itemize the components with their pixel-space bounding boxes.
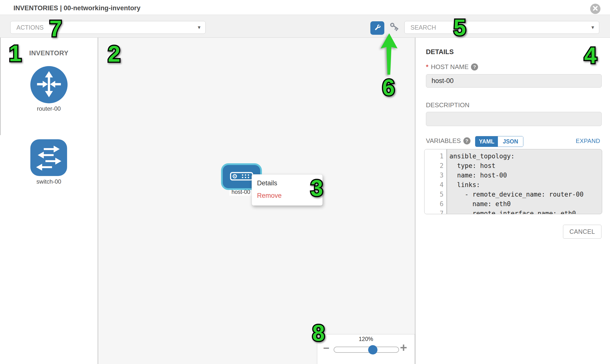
code-line: remote_interface_name: eth0: [449, 209, 602, 214]
wrench-icon: [373, 23, 382, 33]
line-number: 5: [425, 190, 446, 199]
expand-link[interactable]: EXPAND: [576, 138, 600, 144]
panel-divider: [415, 38, 415, 364]
details-panel-title: DETAILS: [426, 48, 454, 56]
code-line: type: host: [449, 161, 602, 171]
editor-code-area[interactable]: ansible_topology: type: host name: host-…: [447, 149, 602, 214]
search-dropdown[interactable]: SEARCH ▾: [404, 21, 599, 34]
description-label: DESCRIPTION: [426, 101, 469, 109]
close-icon: [593, 6, 598, 12]
chevron-down-icon: ▾: [591, 24, 594, 31]
code-line: links:: [449, 180, 602, 190]
router-icon: [35, 70, 63, 99]
annotation-3: 3: [310, 175, 323, 201]
tab-yaml[interactable]: YAML: [475, 136, 498, 147]
host-name-input[interactable]: host-00: [426, 74, 602, 88]
annotation-2: 2: [108, 41, 120, 67]
tab-json[interactable]: JSON: [498, 136, 523, 147]
chevron-down-icon: ▾: [198, 24, 200, 31]
host-server-icon: [230, 172, 253, 182]
zoom-slider-handle[interactable]: [368, 345, 377, 354]
line-number: 4: [425, 180, 446, 190]
annotation-4: 4: [584, 43, 597, 68]
annotation-6: 6: [382, 75, 395, 100]
close-button[interactable]: [590, 4, 600, 14]
sidebar-divider: [98, 38, 98, 364]
required-marker: *: [426, 63, 428, 71]
variables-editor: 1 2 3 4 5 6 7 ansible_topology: type: ho…: [424, 149, 602, 214]
code-line: - remote_device_name: router-00: [449, 190, 602, 199]
zoom-slider-track[interactable]: [334, 347, 399, 353]
palette-item-router[interactable]: [30, 66, 67, 103]
switch-icon: [35, 143, 62, 172]
variables-format-toggle: YAML JSON: [475, 136, 523, 147]
help-icon[interactable]: ?: [471, 63, 478, 70]
host-name-label: HOST NAME: [431, 63, 468, 71]
code-line: ansible_topology:: [449, 152, 602, 161]
help-icon[interactable]: ?: [463, 137, 470, 144]
line-number: 2: [425, 161, 446, 171]
variables-label: VARIABLES: [426, 137, 461, 145]
line-number: 1: [425, 152, 446, 161]
variables-label-row: VARIABLES ?: [426, 137, 470, 145]
annotation-7: 7: [49, 16, 62, 41]
search-dropdown-label: SEARCH: [411, 24, 436, 31]
editor-line-numbers: 1 2 3 4 5 6 7: [425, 149, 447, 214]
annotation-8: 8: [312, 320, 324, 346]
line-number: 7: [425, 209, 446, 214]
annotation-5: 5: [453, 15, 466, 40]
palette-label-switch: switch-00: [0, 178, 98, 185]
host-name-label-row: * HOST NAME ?: [426, 63, 478, 71]
annotation-arrow: [379, 33, 399, 77]
key-button[interactable]: [388, 23, 400, 34]
line-number: 6: [425, 199, 446, 209]
page-title: INVENTORIES | 00-networking-inventory: [13, 4, 141, 12]
actions-dropdown[interactable]: ACTIONS ▾: [10, 21, 206, 34]
description-input[interactable]: [426, 112, 602, 126]
line-number: 3: [425, 171, 446, 180]
palette-label-router: router-00: [0, 105, 98, 112]
code-line: name: host-00: [449, 171, 602, 180]
inventory-topology-window: INVENTORIES | 00-networking-inventory AC…: [0, 0, 610, 364]
actions-dropdown-label: ACTIONS: [16, 24, 44, 31]
palette-item-switch[interactable]: [30, 139, 67, 176]
cancel-button[interactable]: CANCEL: [563, 225, 601, 239]
code-line: name: eth0: [449, 199, 602, 209]
annotation-1: 1: [9, 41, 21, 66]
zoom-in-button[interactable]: +: [400, 342, 407, 353]
